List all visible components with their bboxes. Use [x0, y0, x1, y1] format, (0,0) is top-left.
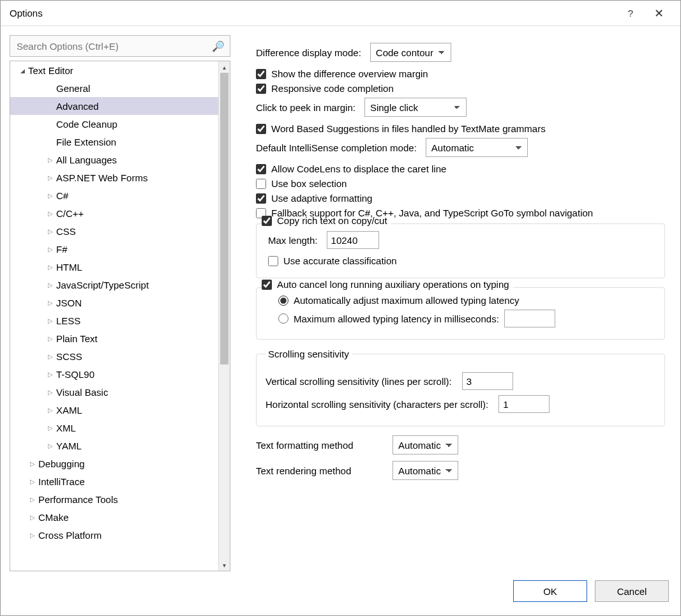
chevron-right-icon[interactable] [46, 192, 55, 199]
chevron-right-icon[interactable] [46, 264, 55, 271]
chevron-right-icon[interactable] [46, 442, 55, 449]
tree-item-label: T-SQL90 [56, 369, 94, 380]
responsive-completion-checkbox[interactable] [256, 84, 266, 94]
search-input[interactable] [15, 40, 212, 52]
chevron-right-icon[interactable] [46, 389, 55, 396]
tree-item-label: Plain Text [56, 333, 98, 344]
tree-item[interactable]: C/C++ [10, 204, 218, 222]
chevron-right-icon[interactable] [46, 246, 55, 253]
accurate-classification-checkbox[interactable] [268, 256, 278, 266]
chevron-right-icon[interactable] [46, 282, 55, 289]
chevron-right-icon[interactable] [46, 353, 55, 360]
chevron-right-icon[interactable] [46, 335, 55, 342]
scroll-legend: Scrolling sensitivity [266, 349, 352, 359]
tree-item[interactable]: LESS [10, 312, 218, 329]
tree-scrollbar[interactable]: ▴ ▾ [218, 61, 230, 571]
chevron-right-icon[interactable] [28, 496, 37, 503]
chevron-right-icon[interactable] [28, 460, 37, 467]
tree-item[interactable]: JavaScript/TypeScript [10, 276, 218, 294]
chevron-right-icon[interactable] [28, 532, 37, 539]
tree-item[interactable]: IntelliTrace [10, 472, 218, 490]
text-render-select[interactable]: Automatic [393, 461, 458, 480]
scroll-down-icon[interactable]: ▾ [219, 559, 230, 571]
tree-item[interactable]: General [10, 79, 218, 97]
chevron-right-icon[interactable] [46, 407, 55, 414]
tree-item-label: SCSS [56, 351, 82, 362]
vscroll-input[interactable] [462, 372, 513, 390]
latency-ms-radio[interactable] [278, 313, 288, 324]
chevron-right-icon[interactable] [28, 478, 37, 485]
tree-item-label: F# [56, 244, 68, 255]
max-length-label: Max length: [268, 235, 318, 246]
hscroll-input[interactable] [498, 395, 550, 413]
copy-rich-checkbox[interactable] [262, 216, 272, 226]
close-icon[interactable]: ✕ [645, 6, 673, 20]
chevron-right-icon[interactable] [46, 299, 55, 306]
tree-item[interactable]: Performance Tools [10, 490, 218, 508]
tree-item-label: ASP.NET Web Forms [56, 172, 147, 183]
tree-item[interactable]: CMake [10, 508, 218, 526]
cancel-button[interactable]: Cancel [595, 580, 669, 602]
tree-item[interactable]: YAML [10, 437, 218, 454]
tree-item-label: LESS [56, 315, 80, 326]
tree-item-label: CSS [56, 226, 76, 237]
tree-item-label: Debugging [38, 458, 85, 469]
tree-item[interactable]: XML [10, 419, 218, 437]
help-icon[interactable]: ? [617, 8, 645, 19]
text-render-label: Text rendering method [256, 465, 384, 476]
scroll-thumb[interactable] [220, 73, 228, 364]
tree-item-label: XAML [56, 405, 82, 416]
tree-item[interactable]: File Extension [10, 133, 218, 151]
auto-cancel-checkbox[interactable] [262, 280, 272, 290]
tree-item[interactable]: CSS [10, 222, 218, 240]
tree-item[interactable]: Debugging [10, 454, 218, 472]
click-peek-select[interactable]: Single click [364, 98, 467, 117]
latency-auto-radio[interactable] [278, 296, 288, 306]
text-format-select[interactable]: Automatic [393, 435, 458, 454]
chevron-right-icon[interactable] [46, 317, 55, 324]
tree-item[interactable]: Code Cleanup [10, 115, 218, 133]
box-selection-checkbox[interactable] [256, 179, 266, 189]
latency-ms-input[interactable] [504, 310, 555, 327]
tree-item[interactable]: SCSS [10, 347, 218, 365]
tree-item[interactable]: Cross Platform [10, 526, 218, 544]
tree-item-label: IntelliTrace [38, 476, 85, 487]
chevron-right-icon[interactable] [46, 210, 55, 217]
tree-item-label: Text Editor [28, 65, 73, 76]
tree-item-label: Advanced [56, 101, 99, 112]
show-diff-margin-checkbox[interactable] [256, 69, 266, 79]
search-box[interactable]: 🔍 [10, 35, 230, 57]
tree-item[interactable]: Text Editor [10, 61, 218, 79]
tree-item[interactable]: Advanced [10, 97, 218, 115]
tree-item[interactable]: HTML [10, 258, 218, 276]
word-based-checkbox[interactable] [256, 124, 266, 134]
search-icon[interactable]: 🔍 [212, 40, 225, 52]
chevron-right-icon[interactable] [46, 156, 55, 163]
adaptive-formatting-checkbox[interactable] [256, 193, 266, 204]
tree-item[interactable]: F# [10, 240, 218, 258]
auto-cancel-label: Auto cancel long running auxiliary opera… [277, 279, 509, 290]
tree-item[interactable]: C# [10, 186, 218, 204]
chevron-right-icon[interactable] [46, 424, 55, 432]
chevron-right-icon[interactable] [46, 371, 55, 378]
tree-item-label: YAML [56, 440, 82, 451]
chevron-right-icon[interactable] [46, 228, 55, 235]
allow-codelens-checkbox[interactable] [256, 164, 266, 174]
tree-item[interactable]: JSON [10, 294, 218, 312]
intellisense-mode-select[interactable]: Automatic [426, 138, 528, 157]
scroll-sensitivity-group: Scrolling sensitivity Vertical scrolling… [256, 349, 665, 426]
tree-item[interactable]: XAML [10, 401, 218, 419]
options-tree: Text EditorGeneralAdvancedCode CleanupFi… [10, 61, 230, 571]
chevron-right-icon[interactable] [28, 514, 37, 521]
tree-item[interactable]: Plain Text [10, 329, 218, 347]
scroll-up-icon[interactable]: ▴ [219, 61, 230, 73]
tree-item[interactable]: T-SQL90 [10, 365, 218, 383]
chevron-right-icon[interactable] [46, 174, 55, 181]
max-length-input[interactable] [327, 231, 379, 249]
tree-item[interactable]: All Languages [10, 151, 218, 169]
diff-mode-select[interactable]: Code contour [370, 43, 451, 62]
tree-item[interactable]: ASP.NET Web Forms [10, 169, 218, 186]
chevron-down-icon[interactable] [18, 67, 27, 74]
ok-button[interactable]: OK [513, 580, 587, 602]
tree-item[interactable]: Visual Basic [10, 383, 218, 401]
